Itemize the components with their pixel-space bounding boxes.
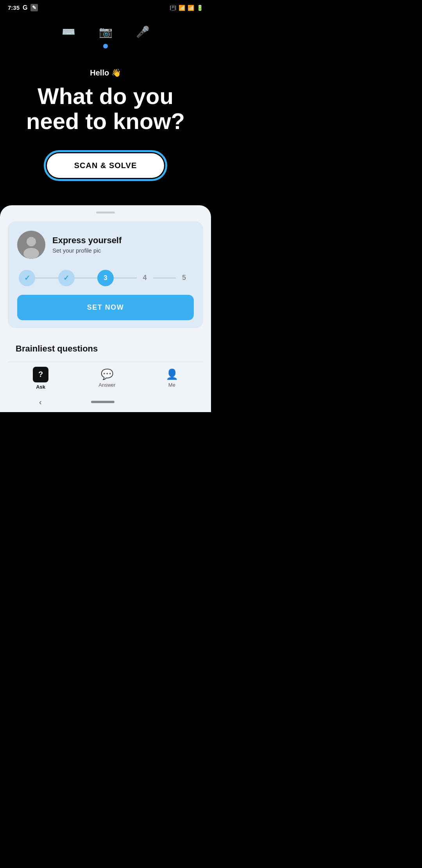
step-1: ✓	[19, 270, 35, 286]
step-line-2	[75, 278, 98, 278]
me-icon: 👤	[166, 368, 178, 380]
profile-card: Express yourself Set your profile pic ✓ …	[8, 221, 203, 328]
nav-ask[interactable]: ? Ask	[33, 367, 48, 390]
steps-row: ✓ ✓ 3 4 5	[17, 270, 194, 286]
tab-indicator	[0, 42, 211, 60]
app-icon: ✎	[30, 4, 38, 11]
step-2: ✓	[58, 270, 75, 286]
set-now-button[interactable]: SET NOW	[17, 295, 194, 320]
step-5: 5	[176, 270, 192, 286]
ask-label: Ask	[36, 384, 45, 390]
drag-handle[interactable]	[96, 212, 115, 213]
wifi-icon: 📶	[179, 5, 185, 11]
svg-point-2	[23, 248, 39, 259]
brainliest-title: Brainliest questions	[16, 344, 195, 354]
step-line-3	[114, 278, 137, 278]
nav-answer[interactable]: 💬 Answer	[98, 368, 115, 388]
step-line-1	[35, 278, 58, 278]
input-method-row: ⌨️ 📷 🎤	[0, 14, 211, 42]
scan-solve-wrapper: SCAN & SOLVE	[12, 153, 199, 178]
microphone-icon[interactable]: 🎤	[136, 25, 150, 38]
brainliest-section: Brainliest questions	[8, 336, 203, 354]
answer-label: Answer	[98, 382, 115, 388]
status-right: 📳 📶 📶 🔋	[170, 5, 203, 11]
hero-section: Hello 👋 What do you need to know? SCAN &…	[0, 60, 211, 205]
scan-solve-button[interactable]: SCAN & SOLVE	[47, 153, 165, 178]
back-button[interactable]: ‹	[39, 398, 42, 407]
home-indicator[interactable]	[91, 401, 114, 403]
battery-icon: 🔋	[197, 5, 203, 11]
nav-me[interactable]: 👤 Me	[166, 368, 178, 388]
avatar	[17, 231, 45, 259]
profile-title: Express yourself	[52, 235, 122, 246]
step-line-4	[153, 278, 176, 278]
keyboard-icon[interactable]: ⌨️	[62, 25, 75, 38]
profile-text: Express yourself Set your profile pic	[52, 235, 122, 254]
google-icon: G	[23, 4, 27, 11]
ask-icon: ?	[33, 367, 48, 382]
system-nav: ‹	[8, 394, 203, 412]
step-4: 4	[137, 270, 153, 286]
step-3: 3	[97, 270, 114, 286]
profile-top: Express yourself Set your profile pic	[17, 231, 194, 259]
signal-icon: 📶	[188, 5, 194, 11]
answer-icon: 💬	[101, 368, 113, 380]
me-label: Me	[168, 382, 175, 388]
time-display: 7:35	[8, 4, 20, 11]
bottom-sheet: Express yourself Set your profile pic ✓ …	[0, 205, 211, 412]
vibrate-icon: 📳	[170, 5, 176, 11]
profile-subtitle: Set your profile pic	[52, 247, 122, 254]
status-left: 7:35 G ✎	[8, 4, 38, 11]
active-dot	[103, 44, 108, 48]
camera-icon[interactable]: 📷	[99, 25, 113, 38]
status-bar: 7:35 G ✎ 📳 📶 📶 🔋	[0, 0, 211, 14]
main-heading: What do you need to know?	[12, 84, 199, 134]
bottom-nav: ? Ask 💬 Answer 👤 Me	[8, 362, 203, 394]
greeting-text: Hello 👋	[12, 68, 199, 77]
svg-point-1	[27, 237, 36, 246]
